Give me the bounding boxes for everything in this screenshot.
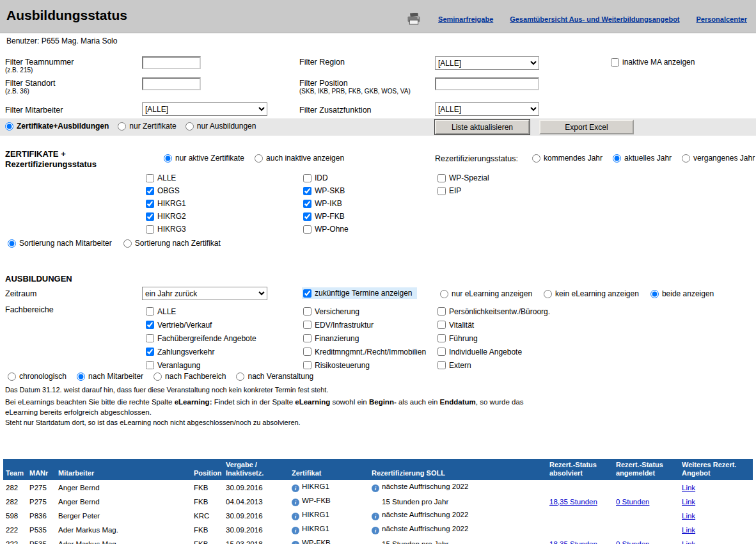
mitarbeiter-select[interactable]: [ALLE] bbox=[142, 102, 267, 116]
info-icon[interactable]: i bbox=[292, 541, 299, 544]
checkbox-fach-bergreifende-angebote[interactable]: Fachübergreifende Angebote bbox=[146, 332, 256, 345]
checkbox-obgs[interactable]: OBGS bbox=[146, 184, 186, 197]
checkbox-input-kreditmngmnt-recht-immobilien[interactable] bbox=[303, 348, 311, 356]
radio-input-nach-fachbereich[interactable] bbox=[154, 372, 162, 381]
info-icon[interactable]: i bbox=[292, 484, 299, 492]
checkbox-wp-skb[interactable]: WP-SKB bbox=[303, 184, 349, 197]
info-icon[interactable]: i bbox=[292, 499, 299, 506]
radio-sortierung-nach-mitarbeiter[interactable]: Sortierung nach Mitarbeiter bbox=[8, 239, 112, 248]
zeitraum-select[interactable]: ein Jahr zurück bbox=[142, 287, 267, 300]
checkbox-input-individuelle-angebote[interactable] bbox=[437, 348, 446, 356]
checkbox-input-vitalit-t[interactable] bbox=[437, 321, 446, 329]
checkbox-zahlungsverkehr[interactable]: Zahlungsverkehr bbox=[146, 345, 256, 358]
radio-input-vergangenes-jahr[interactable] bbox=[682, 154, 690, 163]
inaktive-ma-input[interactable] bbox=[611, 58, 619, 67]
radio-input-nur-elearning-anzeigen[interactable] bbox=[440, 290, 448, 298]
checkbox-wp-ikb[interactable]: WP-IKB bbox=[303, 197, 349, 210]
info-icon[interactable]: i bbox=[372, 527, 379, 534]
angebot-link[interactable]: Link bbox=[682, 526, 695, 534]
link-seminarfreigabe[interactable]: Seminarfreigabe bbox=[438, 15, 493, 23]
checkbox-input-extern[interactable] bbox=[437, 361, 446, 369]
checkbox-alle[interactable]: ALLE bbox=[146, 172, 186, 184]
checkbox-kreditmngmnt-recht-immobilien[interactable]: Kreditmngmnt./Recht/Immobilien bbox=[303, 345, 426, 358]
checkbox-input-wp-skb[interactable] bbox=[303, 187, 311, 195]
checkbox-veranlagung[interactable]: Veranlagung bbox=[146, 358, 256, 372]
radio-nur-ausbildungen[interactable]: nur Ausbildungen bbox=[185, 122, 256, 131]
checkbox-wp-ohne[interactable]: WP-Ohne bbox=[303, 223, 349, 236]
checkbox-individuelle-angebote[interactable]: Individuelle Angebote bbox=[437, 345, 550, 358]
radio-auch-inaktive-anzeigen[interactable]: auch inaktive anzeigen bbox=[255, 154, 344, 163]
teamnummer-input[interactable] bbox=[142, 56, 201, 69]
radio-nur-elearning-anzeigen[interactable]: nur eLearning anzeigen bbox=[440, 289, 532, 298]
radio-nach-fachbereich[interactable]: nach Fachbereich bbox=[154, 372, 226, 381]
checkbox-input-fach-bergreifende-angebote[interactable] bbox=[146, 334, 154, 342]
checkbox-input-wp-ikb[interactable] bbox=[303, 200, 311, 208]
radio-input-kommendes-jahr[interactable] bbox=[532, 154, 540, 163]
checkbox-extern[interactable]: Extern bbox=[437, 358, 550, 372]
zukuenftige-termine-checkbox[interactable]: zukünftige Termine anzeigen bbox=[302, 287, 417, 299]
checkbox-input-obgs[interactable] bbox=[146, 187, 154, 195]
radio-chronologisch[interactable]: chronologisch bbox=[8, 372, 67, 381]
checkbox-hikrg3[interactable]: HIKRG3 bbox=[146, 223, 186, 236]
inaktive-ma-checkbox[interactable]: inaktive MA anzeigen bbox=[611, 58, 695, 67]
checkbox-hikrg1[interactable]: HIKRG1 bbox=[146, 197, 186, 210]
info-icon[interactable]: i bbox=[372, 513, 379, 520]
checkbox-input-f-hrung[interactable] bbox=[437, 334, 446, 342]
checkbox-input-alle[interactable] bbox=[146, 307, 154, 316]
radio-vergangenes-jahr[interactable]: vergangenes Jahr bbox=[682, 154, 755, 163]
export-excel-button[interactable]: Export Excel bbox=[539, 120, 634, 134]
checkbox-pers-nlichkeitsentw-b-roorg[interactable]: Persönlichkeitsentw./Büroorg. bbox=[437, 305, 550, 318]
checkbox-risikosteuerung[interactable]: Risikosteuerung bbox=[303, 358, 426, 372]
checkbox-versicherung[interactable]: Versicherung bbox=[303, 305, 426, 318]
radio-input-chronologisch[interactable] bbox=[8, 372, 16, 381]
print-icon[interactable] bbox=[406, 13, 421, 25]
checkbox-input-finanzierung[interactable] bbox=[303, 334, 311, 342]
checkbox-input-risikosteuerung[interactable] bbox=[303, 361, 311, 369]
radio-kommendes-jahr[interactable]: kommendes Jahr bbox=[532, 154, 602, 163]
checkbox-input-wp-ohne[interactable] bbox=[303, 225, 311, 234]
angebot-link[interactable]: Link bbox=[682, 540, 695, 544]
info-icon[interactable]: i bbox=[372, 484, 379, 492]
link-gesamtuebersicht[interactable]: Gesamtübersicht Aus- und Weiterbildungsa… bbox=[510, 15, 679, 23]
radio-input-kein-elearning-anzeigen[interactable] bbox=[544, 290, 552, 298]
radio-zertifikate-ausbildungen[interactable]: Zertifikate+Ausbildungen bbox=[5, 122, 109, 131]
checkbox-input-idd[interactable] bbox=[303, 174, 311, 182]
checkbox-input-alle[interactable] bbox=[146, 174, 154, 182]
radio-nach-veranstaltung[interactable]: nach Veranstaltung bbox=[236, 372, 313, 381]
zusatzfunktion-select[interactable]: [ALLE] bbox=[435, 102, 539, 116]
absolviert-link[interactable]: 18,35 Stunden bbox=[549, 540, 597, 544]
radio-kein-elearning-anzeigen[interactable]: kein eLearning anzeigen bbox=[544, 289, 639, 298]
checkbox-input-vertrieb-verkauf[interactable] bbox=[146, 321, 154, 329]
radio-input-nach-mitarbeiter[interactable] bbox=[77, 372, 85, 381]
radio-input-nur-aktive-zertifikate[interactable] bbox=[164, 154, 172, 163]
radio-nur-aktive-zertifikate[interactable]: nur aktive Zertifikate bbox=[164, 154, 244, 163]
radio-input-sortierung-nach-mitarbeiter[interactable] bbox=[8, 239, 16, 248]
radio-aktuelles-jahr[interactable]: aktuelles Jahr bbox=[613, 154, 672, 163]
link-personalcenter[interactable]: Personalcenter bbox=[697, 15, 747, 23]
angebot-link[interactable]: Link bbox=[682, 512, 695, 520]
checkbox-vitalit-t[interactable]: Vitalität bbox=[437, 318, 550, 332]
checkbox-input-hikrg3[interactable] bbox=[146, 225, 154, 234]
radio-input-auch-inaktive-anzeigen[interactable] bbox=[255, 154, 263, 163]
checkbox-input-zahlungsverkehr[interactable] bbox=[146, 348, 154, 356]
checkbox-idd[interactable]: IDD bbox=[303, 172, 349, 184]
radio-input-nur-zertifikate[interactable] bbox=[118, 122, 126, 131]
radio-nur-zertifikate[interactable]: nur Zertifikate bbox=[118, 122, 176, 131]
checkbox-input-wp-fkb[interactable] bbox=[303, 212, 311, 221]
checkbox-input-pers-nlichkeitsentw-b-roorg[interactable] bbox=[437, 307, 446, 316]
angemeldet-link[interactable]: 0 Stunden bbox=[616, 540, 649, 544]
checkbox-input-veranlagung[interactable] bbox=[146, 361, 154, 369]
checkbox-input-versicherung[interactable] bbox=[303, 307, 311, 316]
radio-input-nach-veranstaltung[interactable] bbox=[236, 372, 244, 381]
absolviert-link[interactable]: 18,35 Stunden bbox=[549, 498, 597, 506]
position-input[interactable] bbox=[435, 77, 539, 90]
radio-input-nur-ausbildungen[interactable] bbox=[185, 122, 194, 131]
checkbox-input-wp-spezial[interactable] bbox=[437, 174, 446, 182]
checkbox-alle[interactable]: ALLE bbox=[146, 305, 256, 318]
checkbox-input-hikrg1[interactable] bbox=[146, 200, 154, 208]
liste-aktualisieren-button[interactable]: Liste aktualisieren bbox=[435, 120, 530, 134]
info-icon[interactable]: i bbox=[292, 527, 299, 534]
info-icon[interactable]: i bbox=[292, 513, 299, 520]
checkbox-wp-fkb[interactable]: WP-FKB bbox=[303, 210, 349, 223]
zukuenftige-termine-input[interactable] bbox=[303, 289, 311, 298]
